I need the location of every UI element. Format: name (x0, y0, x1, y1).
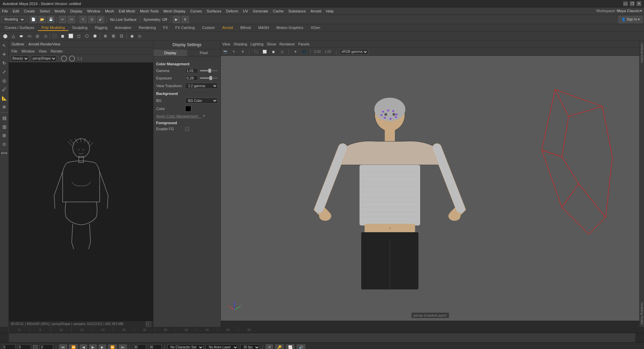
step-back-btn[interactable]: ⏪ (69, 344, 78, 349)
tab-fx-caching[interactable]: FX Caching (172, 25, 198, 31)
menu-edit[interactable]: Edit (13, 9, 19, 13)
tab-animation[interactable]: Animation (111, 25, 135, 31)
timeline-area[interactable] (9, 333, 635, 342)
layer-icon[interactable]: ▥ (1, 123, 8, 130)
view-transform-dropdown[interactable]: 2.2 gamma (185, 83, 218, 89)
sphere-icon-btn[interactable]: ⬤ (1, 32, 9, 40)
vp-menu-shading[interactable]: Shading (234, 42, 247, 46)
tab-arnold[interactable]: Arnold (219, 25, 236, 31)
bridge-icon-btn[interactable]: ⬜ (67, 32, 74, 40)
new-scene-btn[interactable]: 📄 (30, 16, 37, 23)
menu-help[interactable]: Help (326, 9, 334, 13)
render-btn[interactable]: ▶ (173, 16, 180, 23)
prev-frame-btn[interactable]: ◀ (80, 344, 87, 349)
mode-dropdown[interactable]: Modeling (1, 16, 25, 23)
mirror-icon-btn[interactable]: ⬡ (83, 32, 91, 40)
exposure-input[interactable] (185, 75, 198, 81)
play-btn[interactable]: ▶ (89, 344, 97, 349)
menu-curves[interactable]: Curves (190, 9, 202, 13)
tab-motion-graphics[interactable]: Motion Graphics (273, 25, 307, 31)
menu-display[interactable]: Display (70, 9, 82, 13)
rv-circle-btn[interactable] (61, 56, 67, 62)
brush-tool[interactable]: 🖊 (1, 85, 8, 93)
gamma-slider[interactable] (200, 70, 218, 71)
plane-icon-btn[interactable]: ▭ (26, 32, 33, 40)
menu-cache[interactable]: Cache (273, 9, 284, 13)
grid-icon[interactable]: ⊞ (1, 132, 8, 139)
menu-mesh[interactable]: Mesh (105, 9, 114, 13)
menu-deform[interactable]: Deform (226, 9, 238, 13)
sym-icon[interactable]: ⟺ (1, 149, 8, 156)
rv-menu-file[interactable]: File (11, 49, 18, 53)
snap-pts-icon[interactable]: ⊙ (1, 140, 8, 148)
exposure-slider[interactable] (200, 77, 218, 79)
next-frame-btn[interactable]: ▶ (99, 344, 106, 349)
vp-wire-icon[interactable]: ⬜ (262, 49, 268, 55)
ds-tab-display[interactable]: Display (154, 49, 187, 56)
gamma-input[interactable] (185, 68, 198, 73)
vp-menu-show[interactable]: Show (267, 42, 276, 46)
menu-mesh-tools[interactable]: Mesh Tools (140, 9, 159, 13)
playback-end-input[interactable] (148, 344, 162, 349)
play-icon-btn[interactable]: ▷ (136, 32, 144, 40)
tab-curves-surfaces[interactable]: Curves / Surfaces (1, 25, 37, 31)
vp-colorspace-dropdown[interactable]: sRGB gamma (340, 49, 368, 55)
minimize-button[interactable]: — (623, 1, 628, 6)
rotate-tool[interactable]: ↻ (1, 59, 8, 67)
go-end-btn[interactable]: ⏭ (119, 344, 127, 349)
layer-edit-icon[interactable]: ▤ (1, 114, 8, 121)
menu-create[interactable]: Create (24, 9, 35, 13)
tab-rigging[interactable]: Rigging (92, 25, 111, 31)
tab-bifrost[interactable]: Bifrost (237, 25, 254, 31)
select-tool[interactable]: ↖ (1, 42, 8, 49)
measure-tool[interactable]: 📐 (1, 94, 8, 102)
rv-menu-view[interactable]: View (39, 49, 47, 53)
attribute-editor-tab[interactable]: Attribute Editor (640, 43, 644, 63)
vp-menu-view[interactable]: View (222, 42, 230, 46)
vp-menu-renderer[interactable]: Renderer (279, 42, 295, 46)
ds-tab-pixel[interactable]: Pixel (187, 49, 221, 56)
save-btn[interactable]: 💾 (47, 16, 55, 23)
bg-dropdown[interactable]: BG Color (185, 98, 218, 104)
arnold-renderview-label[interactable]: Arnold RenderView (29, 42, 61, 46)
sign-in-btn[interactable]: 👤 Sign In ▾ (618, 16, 643, 23)
extrude-icon-btn[interactable]: ⬛ (51, 32, 58, 40)
vp-flat-icon[interactable]: ◻ (279, 49, 285, 55)
tab-mash[interactable]: MASH (255, 25, 272, 31)
tab-rendering[interactable]: Rendering (135, 25, 159, 31)
anim-btn[interactable]: 📈 (286, 344, 295, 349)
menu-substance[interactable]: Substance (289, 9, 306, 13)
go-start-btn[interactable]: ⏮ (59, 344, 67, 349)
menu-arnold[interactable]: Arnold (310, 9, 321, 13)
restore-button[interactable]: ❐ (630, 1, 635, 6)
vp-menu-lighting[interactable]: Lighting (250, 42, 264, 46)
tab-poly-modeling[interactable]: Poly Modeling (38, 25, 68, 31)
vp-light-icon[interactable]: ☀ (292, 49, 298, 55)
menu-mesh-display[interactable]: Mesh Display (163, 9, 185, 13)
offset-icon-btn[interactable]: ⊞ (110, 32, 117, 40)
soft-tool[interactable]: ◎ (1, 77, 8, 84)
select-btn[interactable]: ↖ (79, 16, 87, 23)
tab-fx[interactable]: FX (160, 25, 171, 31)
tab-custom[interactable]: Custom (199, 25, 218, 31)
color-swatch[interactable] (185, 106, 191, 112)
cylinder-icon-btn[interactable]: ⬬ (18, 32, 25, 40)
menu-select[interactable]: Select (40, 9, 50, 13)
fill-icon-btn[interactable]: ◻ (75, 32, 82, 40)
vp-shading-icon[interactable]: ⬛ (253, 49, 259, 55)
snap-tool[interactable]: ⊗ (1, 103, 8, 110)
connect-icon-btn[interactable]: ⊡ (118, 32, 125, 40)
prism-icon-btn[interactable]: ◇ (42, 32, 49, 40)
move-tool[interactable]: ✛ (1, 50, 8, 58)
menu-generate[interactable]: Generate (253, 9, 268, 13)
outliner-label[interactable]: Outliner (11, 42, 25, 46)
character-set-dropdown[interactable]: No Character Set (167, 344, 204, 349)
enable-fg-checkbox[interactable] (185, 127, 189, 131)
playback-start-input[interactable] (133, 344, 146, 349)
beauty-dropdown[interactable]: Beauty (11, 56, 29, 62)
undo-btn[interactable]: ↩ (59, 16, 66, 23)
smooth-icon-btn[interactable]: ⬟ (91, 32, 99, 40)
menu-surfaces[interactable]: Surfaces (207, 9, 221, 13)
rv-collapse-btn[interactable]: ◻ (146, 321, 151, 327)
open-btn[interactable]: 📂 (38, 16, 46, 23)
